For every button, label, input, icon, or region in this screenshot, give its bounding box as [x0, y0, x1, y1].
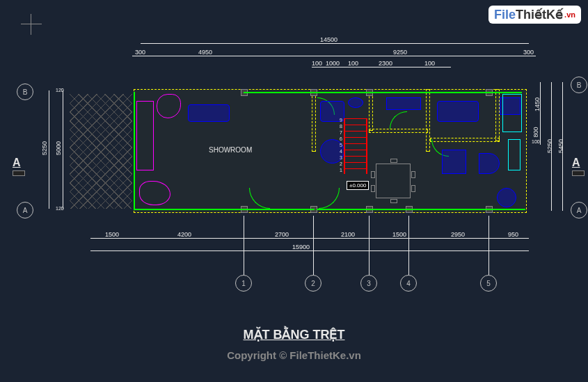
- dim-line-bot-1: [90, 238, 529, 239]
- level-marker: ±0.000: [347, 181, 369, 190]
- dim-line-right-3: [540, 82, 541, 145]
- dim-top-left: 4950: [198, 49, 212, 56]
- grid-ext-4: [408, 216, 409, 275]
- dim-top-r1: 100: [312, 60, 322, 67]
- stair-numbers: 9 8 7 6 5 4 3 2 1: [340, 117, 342, 173]
- grid-bubble-1: 1: [235, 275, 252, 292]
- drawing-title: MẶT BẰNG TRỆT: [244, 327, 345, 342]
- cyan-right-1: [502, 94, 522, 132]
- dim-bot-6: 2950: [451, 231, 465, 238]
- magenta-plant-1: [139, 181, 170, 205]
- green-wall-top: [244, 92, 522, 93]
- dim-right-2: 800: [532, 127, 539, 137]
- dim-top-right: 9250: [393, 49, 407, 56]
- dim-bot-2: 4200: [177, 231, 191, 238]
- dim-right-inner: 5250: [546, 139, 553, 153]
- green-wall-bottom-2: [317, 209, 525, 210]
- dim-bot-7: 950: [508, 231, 518, 238]
- dining-table: [376, 164, 411, 198]
- dim-top-left-ext: 300: [135, 49, 145, 56]
- dim-line-left-total: [49, 90, 49, 209]
- dim-bot-1: 1500: [105, 231, 119, 238]
- grid-bubble-a-left: A: [17, 202, 33, 218]
- logo-watermark: FileThiếtKế.vn: [488, 6, 581, 24]
- dim-right-1: 1450: [534, 97, 541, 111]
- dim-line-left-2: [63, 90, 63, 209]
- dim-left-total: 5250: [41, 141, 48, 155]
- dim-top-r3: 100: [348, 60, 358, 67]
- cyan-right-2: [508, 139, 521, 170]
- dim-left-t: 120: [56, 88, 64, 93]
- green-wall-bottom-1: [134, 209, 315, 210]
- grid-ext-5: [488, 216, 489, 275]
- grid-bubble-b-right: B: [571, 77, 587, 93]
- paving-hatch: [70, 94, 132, 209]
- sink-1: [348, 97, 363, 108]
- wall-interior-4: [369, 129, 428, 133]
- grid-bubble-4: 4: [400, 275, 417, 292]
- dim-top-r5: 100: [424, 60, 435, 67]
- dim-bot-3: 2700: [275, 231, 289, 238]
- dim-line-top-2: [132, 56, 536, 56]
- dim-bot-total: 15900: [292, 244, 310, 250]
- dim-bot-4: 2100: [341, 231, 355, 238]
- grid-bubble-5: 5: [480, 275, 497, 292]
- green-wall-left: [134, 92, 135, 209]
- grid-ext-3: [369, 216, 370, 275]
- dim-line-top-3: [312, 67, 451, 67]
- dim-left-b: 120: [56, 206, 64, 211]
- cad-canvas[interactable]: FileThiếtKế.vn 14500 300 4950 9250 300 1…: [0, 0, 588, 382]
- wc-2: [497, 188, 516, 207]
- room-label-showroom: SHOWROOM: [209, 146, 252, 154]
- chair-curved: [479, 153, 500, 174]
- grid-bubble-a-right: A: [571, 202, 587, 218]
- dim-top-r4: 2300: [379, 60, 392, 67]
- section-mark-right: A: [572, 157, 585, 176]
- grid-ext-1: [244, 216, 244, 275]
- grid-bubble-b-left: B: [17, 83, 33, 100]
- wall-interior-3: [426, 89, 430, 152]
- dim-left-inner: 5000: [55, 141, 62, 155]
- desk-1: [442, 150, 466, 174]
- section-mark-left: A: [13, 157, 25, 176]
- bed-1: [437, 101, 479, 122]
- logo-part2: ThiếtKế: [516, 7, 563, 22]
- dim-top-right-ext: 300: [523, 49, 534, 56]
- wall-interior-1: [312, 89, 316, 152]
- dim-top-total: 14500: [320, 36, 337, 43]
- logo-part1: File: [494, 8, 516, 22]
- dim-line-top-total: [141, 43, 529, 44]
- grid-bubble-3: 3: [360, 275, 377, 292]
- grid-bubble-2: 2: [305, 275, 321, 292]
- dim-right-3: 100: [532, 139, 540, 144]
- counter-1: [386, 97, 421, 110]
- grid-ext-2: [313, 216, 314, 275]
- magenta-planter: [136, 101, 154, 170]
- dim-top-r2: 1000: [326, 60, 340, 67]
- staircase: [345, 118, 367, 174]
- copyright-text: Copyright © FileThietKe.vn: [227, 349, 361, 361]
- dim-bot-5: 1500: [392, 231, 406, 238]
- dim-line-bot-total: [90, 250, 529, 251]
- ucs-marker-icon: [21, 14, 42, 35]
- dim-right-total: 5450: [557, 139, 564, 153]
- sofa-1: [188, 104, 230, 122]
- logo-suffix: .vn: [564, 10, 575, 19]
